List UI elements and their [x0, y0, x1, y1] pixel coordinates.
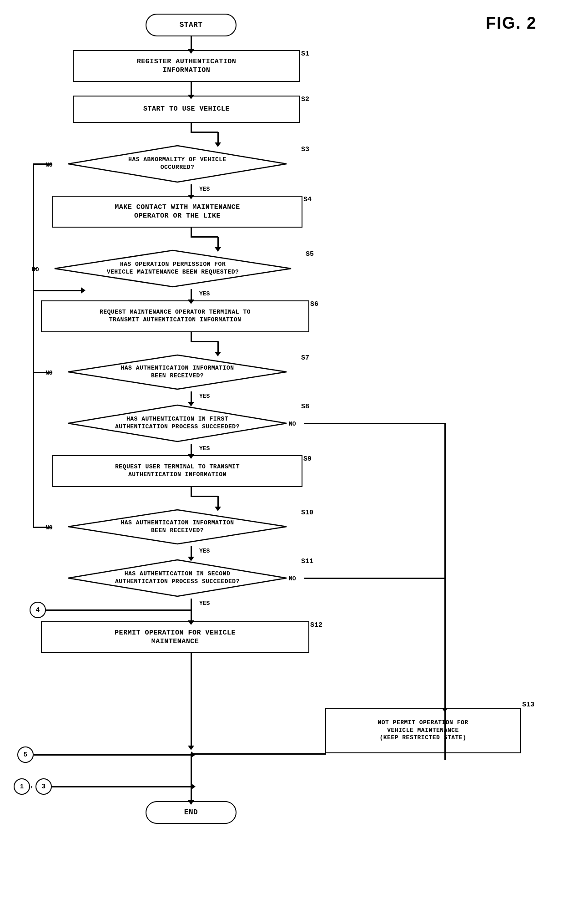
step-s7-text: HAS AUTHENTICATION INFORMATION BEEN RECE… [111, 365, 243, 380]
circle-4: 4 [30, 602, 46, 618]
connector-s11-c4-v [191, 599, 192, 610]
step-s7-label: S7 [301, 354, 309, 362]
s13-bottom-h [191, 753, 326, 755]
step-s1-label: S1 [301, 50, 309, 58]
connector-to-end [191, 754, 192, 801]
s7-yes-label: YES [199, 393, 210, 400]
connector-s8-s9 [191, 444, 192, 455]
step-s4-box: MAKE CONTACT WITH MAINTENANCE OPERATOR O… [52, 196, 302, 228]
step-s2-label: S2 [301, 96, 309, 103]
step-s1-box: REGISTER AUTHENTICATION INFORMATION [73, 50, 300, 82]
step-s3-diamond: HAS ABNORMALITY OF VEHICLE OCCURRED? [50, 143, 305, 184]
step-s5-label: S5 [306, 250, 314, 258]
s5-no-end-h [33, 268, 37, 269]
connector-s1-s2 [191, 82, 192, 96]
connector-s3-s4 [191, 184, 192, 196]
s5-yes-label: YES [199, 290, 210, 297]
s8-yes-label: YES [199, 445, 210, 452]
step-s12-box: PERMIT OPERATION FOR VEHICLE MAINTENANCE [41, 621, 309, 653]
connector-s4-s5 [217, 237, 219, 248]
step-s8-text: HAS AUTHENTICATION IN FIRST AUTHENTICATI… [106, 416, 249, 431]
step-s11-diamond: HAS AUTHENTICATION IN SECOND AUTHENTICAT… [50, 558, 305, 599]
s7-no-v [33, 291, 34, 372]
step-s2-box: START TO USE VEHICLE [73, 96, 300, 123]
s10-no-label: NO [45, 524, 53, 531]
s8-no-label: NO [289, 421, 296, 427]
s10-no-h [33, 527, 52, 528]
connector-s10-s11 [191, 546, 192, 558]
end-terminal: END [146, 801, 237, 824]
s3-no-rejoin [33, 290, 82, 291]
step-s13-label: S13 [522, 701, 534, 709]
flowchart-diagram: FIG. 2 START REGISTER AUTHENTICATION INF… [0, 0, 564, 924]
step-s9-box: REQUEST USER TERMINAL TO TRANSMIT AUTHEN… [52, 455, 302, 487]
connector-s12-bottom [191, 653, 192, 746]
step-s10-diamond: HAS AUTHENTICATION INFORMATION BEEN RECE… [50, 508, 305, 546]
step-s12-label: S12 [310, 621, 322, 629]
s8-no-h [304, 423, 445, 424]
connector-s4-turn [191, 228, 192, 237]
s13-bottom-v [444, 753, 446, 760]
s11-yes-label: YES [199, 600, 210, 607]
s7-no-h [33, 372, 52, 373]
connector-s2-h [191, 132, 218, 133]
connector-s2-turn [191, 123, 192, 132]
connector-s6-turn [191, 332, 192, 341]
comma-separator: , [30, 782, 34, 789]
circle-3: 3 [35, 778, 52, 795]
connector-s6-s7 [217, 341, 219, 353]
step-s3-label: S3 [301, 146, 309, 153]
connector-s5-s6 [191, 289, 192, 300]
circle-1: 1 [14, 778, 30, 795]
connector-s7-s8 [191, 391, 192, 403]
step-s9-label: S9 [303, 455, 312, 463]
start-terminal: START [146, 14, 237, 36]
c13-h [52, 786, 192, 787]
step-s5-diamond: HAS OPERATION PERMISSION FOR VEHICLE MAI… [36, 248, 309, 289]
s3-yes-label: YES [199, 186, 210, 193]
step-s5-text: HAS OPERATION PERMISSION FOR VEHICLE MAI… [98, 261, 248, 276]
step-s4-label: S4 [303, 196, 312, 203]
step-s10-label: S10 [301, 509, 313, 517]
s3-no-label: NO [45, 162, 53, 168]
step-s3-text: HAS ABNORMALITY OF VEHICLE OCCURRED? [119, 156, 236, 172]
s10-yes-label: YES [199, 548, 210, 554]
c5-h [34, 754, 192, 756]
connector-start-s1 [191, 36, 192, 50]
step-s6-label: S6 [310, 300, 318, 308]
s11-no-h [304, 578, 445, 579]
connector-s11-c4-h [45, 609, 191, 611]
s13-right-v [444, 578, 446, 709]
connector-s4-h [191, 236, 218, 238]
step-s7-diamond: HAS AUTHENTICATION INFORMATION BEEN RECE… [50, 353, 305, 391]
step-s8-label: S8 [301, 403, 309, 411]
step-s11-text: HAS AUTHENTICATION IN SECOND AUTHENTICAT… [106, 570, 249, 586]
figure-label: FIG. 2 [486, 14, 537, 33]
step-s8-diamond: HAS AUTHENTICATION IN FIRST AUTHENTICATI… [50, 403, 305, 444]
s10-no-v [33, 372, 34, 527]
step-s11-label: S11 [301, 558, 313, 565]
step-s13-box: NOT PERMIT OPERATION FOR VEHICLE MAINTEN… [325, 708, 521, 753]
s7-no-label: NO [45, 370, 53, 376]
connector-s9-h [191, 496, 218, 497]
step-s10-text: HAS AUTHENTICATION INFORMATION BEEN RECE… [111, 519, 243, 535]
connector-s11-s12 [191, 610, 192, 621]
connector-s9-turn [191, 487, 192, 496]
s11-no-label: NO [289, 575, 296, 582]
connector-s2-s3 [217, 132, 219, 143]
s3-no-h [33, 163, 52, 165]
connector-s6-h [191, 341, 218, 342]
step-s6-box: REQUEST MAINTENANCE OPERATOR TERMINAL TO… [41, 300, 309, 332]
s5-no-label: NO [32, 266, 39, 273]
connector-s9-s10 [217, 496, 219, 508]
circle-5: 5 [17, 746, 34, 763]
